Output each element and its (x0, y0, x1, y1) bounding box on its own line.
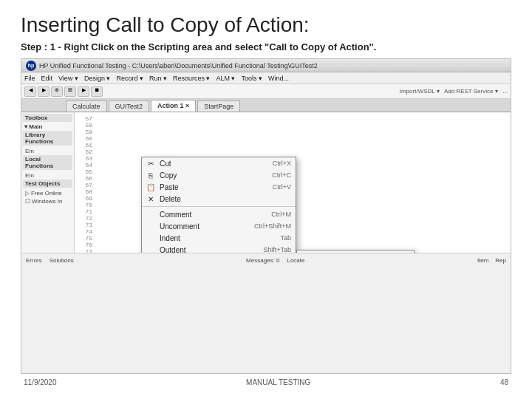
ctx-outdent-shortcut: Shift+Tab (263, 246, 291, 253)
errors-label[interactable]: Errors (26, 257, 42, 264)
cut-icon: ✂ (145, 157, 157, 169)
ctx-cut-label: Cut (160, 160, 171, 168)
delete-icon: ✕ (145, 193, 157, 205)
toolbar-btn-1[interactable]: ⊕ (51, 86, 63, 97)
code-area: 5758596061626364656667686970717273747576… (75, 112, 511, 253)
slide-container: Inserting Call to Copy of Action: Step :… (0, 0, 532, 399)
paste-icon: 📋 (145, 181, 157, 193)
tab-guitest2[interactable]: GUITest2 (109, 100, 150, 112)
sidebar-item-em2: Em (23, 171, 72, 180)
app-title: HP Unified Functional Testing - C:\Users… (39, 62, 318, 69)
ctx-cut[interactable]: ✂ Cut Ctrl+X (142, 157, 296, 169)
ctx-cut-shortcut: Ctrl+X (273, 160, 291, 167)
sidebar-main-label: ▾ Main (24, 123, 72, 130)
sidebar-em1-text: Em (25, 148, 34, 154)
footer-center: MANUAL TESTING (246, 378, 310, 386)
ctx-copy-shortcut: Ctrl+C (272, 171, 291, 179)
slide-title: Inserting Call to Copy of Action: (21, 13, 511, 37)
ctx-paste-shortcut: Ctrl+V (273, 183, 291, 191)
ctx-comment-label: Comment (160, 211, 191, 219)
line-numbers: 5758596061626364656667686970717273747576… (75, 115, 95, 253)
sidebar-fo-text: Free Online (31, 190, 62, 197)
sidebar-em2-text: Em (25, 172, 34, 179)
ctx-uncomment[interactable]: Uncomment Ctrl+Shift+M (142, 220, 296, 232)
menu-edit[interactable]: Edit (41, 75, 53, 82)
ctx-paste[interactable]: 📋 Paste Ctrl+V (142, 181, 296, 193)
menu-run[interactable]: Run ▾ (149, 75, 167, 82)
ctx-indent-label: Indent (160, 234, 180, 242)
ctx-indent[interactable]: Indent Tab (142, 232, 296, 244)
copy-icon: ⎘ (145, 169, 157, 181)
messages-label: Messages: 0 (246, 257, 279, 264)
ctx-paste-label: Paste (160, 183, 179, 191)
toolbar: ◀ ▶ ⊕ ⊞ ▶ ⏹ Import/WSDL ▾ Add REST Servi… (21, 84, 511, 99)
menu-design[interactable]: Design ▾ (84, 75, 111, 82)
lib-functions-label: Library Functions (23, 131, 72, 146)
sidebar-fo-icon: ▷ (25, 190, 30, 197)
local-functions-label: Local Functions (23, 155, 72, 170)
ctx-comment[interactable]: Comment Ctrl+M (142, 208, 296, 220)
toolbar-btn-forward[interactable]: ▶ (38, 86, 50, 97)
tabbar: Calculate GUITest2 Action 1 × StartPage (21, 99, 511, 112)
sidebar: Toolbox ▾ Main Library Functions Em Loca… (21, 112, 75, 253)
menubar: File Edit View ▾ Design ▾ Record ▾ Run ▾… (21, 72, 511, 84)
tab-startpage[interactable]: StartPage (197, 100, 240, 112)
slide-step: Step : 1 - Right Click on the Scripting … (21, 41, 511, 52)
solutions-label[interactable]: Solutions (50, 257, 74, 264)
bottom-bar: Errors Solutions Messages: 0 Locate Item… (21, 253, 511, 267)
sidebar-item-em1: Em (23, 147, 72, 155)
menu-record[interactable]: Record ▾ (116, 75, 143, 82)
ctx-comment-shortcut: Ctrl+M (271, 211, 291, 218)
sub-properties[interactable]: P Properties (297, 250, 414, 253)
ctx-copy-label: Copy (160, 171, 177, 180)
context-menu: ✂ Cut Ctrl+X ⎘ Copy Ctrl+C 📋 Paste Ctrl+… (141, 157, 296, 253)
menu-tools[interactable]: Tools ▾ (241, 75, 262, 82)
footer: 11/9/2020 MANUAL TESTING 48 (21, 374, 511, 390)
menu-view[interactable]: View ▾ (58, 75, 78, 82)
footer-date: 11/9/2020 (24, 378, 57, 386)
test-objects-label: Test Objects (23, 180, 72, 188)
ctx-uncomment-shortcut: Ctrl+Shift+M (254, 222, 291, 230)
sidebar-item-windows-in: ☐ Windows In (23, 197, 72, 205)
ctx-delete[interactable]: ✕ Delete (142, 193, 296, 205)
toolbox-label: Toolbox (23, 114, 72, 122)
toolbar-btn-2[interactable]: ⊞ (64, 86, 76, 97)
menu-file[interactable]: File (24, 75, 35, 82)
sidebar-wi-icon: ☐ (25, 198, 30, 205)
toolbar-btn-3[interactable]: ▶ (78, 86, 89, 97)
tab-calculate[interactable]: Calculate (66, 100, 107, 112)
ctx-copy[interactable]: ⎘ Copy Ctrl+C (142, 169, 296, 181)
ctx-indent-shortcut: Tab (280, 234, 291, 242)
tab-action1[interactable]: Action 1 × (151, 100, 196, 112)
ctx-outdent-label: Outdent (160, 246, 186, 253)
screenshot-area: hp HP Unified Functional Testing - C:\Us… (21, 58, 511, 374)
sidebar-wi-text: Windows In (32, 198, 62, 205)
footer-page: 48 (500, 378, 508, 386)
main-content: Toolbox ▾ Main Library Functions Em Loca… (21, 112, 511, 253)
submenu: P Properties ▶ Call to New Action... ▶ C… (296, 250, 415, 253)
locate-label[interactable]: Locate (287, 257, 304, 264)
ctx-delete-label: Delete (160, 195, 181, 203)
menu-resources[interactable]: Resources ▾ (173, 75, 211, 82)
item-rep-label: Item Rep (477, 257, 506, 264)
toolbar-labels: Import/WSDL ▾ Add REST Service ▾ ... (400, 88, 508, 95)
ctx-uncomment-label: Uncomment (160, 222, 200, 231)
toolbar-btn-4[interactable]: ⏹ (91, 86, 103, 97)
hp-logo-icon: hp (26, 61, 36, 71)
app-titlebar: hp HP Unified Functional Testing - C:\Us… (21, 59, 511, 72)
toolbar-btn-back[interactable]: ◀ (24, 86, 36, 97)
ctx-sep-1 (142, 206, 296, 207)
ctx-outdent[interactable]: Outdent Shift+Tab (142, 244, 296, 253)
sidebar-item-free-online: ▷ Free Online (23, 189, 72, 197)
menu-alm[interactable]: ALM ▾ (216, 75, 235, 82)
menu-wind[interactable]: Wind... (268, 75, 289, 82)
